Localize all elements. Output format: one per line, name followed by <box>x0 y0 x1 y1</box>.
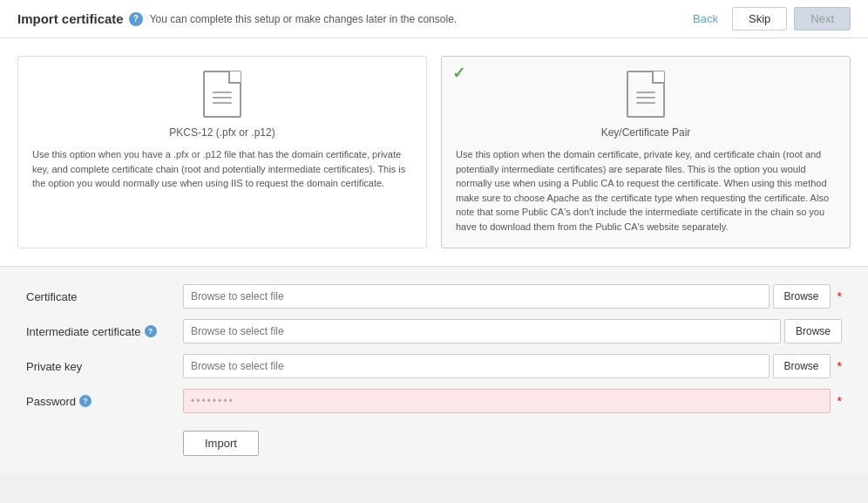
intermediate-certificate-input-group: Browse <box>183 319 842 343</box>
file-line-1 <box>213 92 232 93</box>
next-button: Next <box>794 7 851 31</box>
header-actions: Back Skip Next <box>686 7 851 31</box>
password-required-star: * <box>837 394 842 408</box>
keypair-check-icon: ✓ <box>452 64 465 83</box>
back-button[interactable]: Back <box>686 9 725 29</box>
import-button[interactable]: Import <box>183 431 259 456</box>
password-input-group: * <box>183 389 842 413</box>
private-key-row: Private key Browse * <box>26 354 842 378</box>
pkcs12-file-lines <box>213 92 232 104</box>
file-line-6 <box>636 102 655 104</box>
pkcs12-option-desc: Use this option when you have a .pfx or … <box>32 147 412 191</box>
pkcs12-option-card[interactable]: PKCS-12 (.pfx or .p12) Use this option w… <box>17 56 427 248</box>
page-title: Import certificate <box>17 11 124 26</box>
option-cards-area: PKCS-12 (.pfx or .p12) Use this option w… <box>0 38 868 267</box>
private-key-input[interactable] <box>183 354 770 378</box>
header: Import certificate ? You can complete th… <box>0 0 868 38</box>
keypair-option-title: Key/Certificate Pair <box>601 126 691 139</box>
intermediate-help-icon[interactable]: ? <box>145 325 157 337</box>
intermediate-certificate-label: Intermediate certificate ? <box>26 325 183 338</box>
certificate-input-group: Browse * <box>183 284 842 309</box>
file-line-5 <box>636 97 655 99</box>
file-line-3 <box>213 102 232 104</box>
password-row: Password ? * <box>26 389 842 413</box>
skip-button[interactable]: Skip <box>732 7 787 31</box>
file-line-2 <box>213 97 232 99</box>
password-help-icon[interactable]: ? <box>79 395 92 407</box>
title-help-icon[interactable]: ? <box>129 12 143 26</box>
import-button-row: Import <box>26 424 842 456</box>
certificate-label: Certificate <box>26 290 183 303</box>
header-subtitle: You can complete this setup or make chan… <box>150 13 457 25</box>
password-input[interactable] <box>183 389 831 413</box>
keypair-option-card[interactable]: ✓ Key/Certificate Pair Use this option w… <box>441 56 851 248</box>
certificate-input[interactable] <box>183 284 770 309</box>
certificate-row: Certificate Browse * <box>26 284 842 309</box>
file-line-4 <box>636 92 655 93</box>
password-label: Password ? <box>26 395 183 408</box>
intermediate-certificate-browse-button[interactable]: Browse <box>784 319 842 343</box>
form-area: Certificate Browse * Intermediate certif… <box>0 267 868 473</box>
private-key-browse-button[interactable]: Browse <box>773 354 831 378</box>
keypair-option-desc: Use this option when the domain certific… <box>456 147 836 234</box>
certificate-browse-button[interactable]: Browse <box>773 284 831 309</box>
intermediate-certificate-row: Intermediate certificate ? Browse <box>26 319 842 343</box>
pkcs12-file-icon <box>203 71 241 118</box>
private-key-required-star: * <box>837 359 842 373</box>
private-key-label: Private key <box>26 360 183 373</box>
keypair-file-lines <box>636 92 655 104</box>
private-key-input-group: Browse * <box>183 354 842 378</box>
certificate-required-star: * <box>837 289 842 303</box>
intermediate-certificate-input[interactable] <box>183 319 781 343</box>
pkcs12-option-title: PKCS-12 (.pfx or .p12) <box>169 126 275 139</box>
keypair-file-icon <box>627 71 665 118</box>
